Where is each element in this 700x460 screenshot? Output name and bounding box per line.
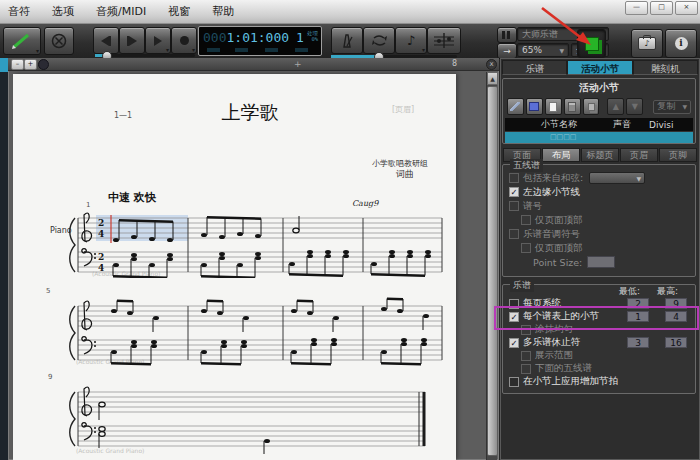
min-value-field[interactable]: 2 bbox=[627, 298, 649, 309]
record-button[interactable]: ▾ bbox=[171, 27, 197, 54]
option-label: Point Size: bbox=[533, 257, 582, 268]
min-value-field[interactable]: 3 bbox=[627, 337, 649, 348]
cancel-entry-button[interactable] bbox=[44, 27, 74, 55]
notation-view-button[interactable] bbox=[427, 27, 461, 54]
credit-line-2[interactable]: 词曲 bbox=[396, 168, 414, 181]
checkbox[interactable] bbox=[521, 215, 531, 225]
score-title[interactable]: 上学歌 bbox=[150, 100, 350, 126]
library-button[interactable]: ♪ bbox=[631, 29, 663, 58]
save-icon bbox=[529, 102, 539, 111]
checkbox[interactable] bbox=[509, 201, 519, 211]
track-list-button[interactable] bbox=[497, 27, 517, 43]
point-size-field[interactable] bbox=[587, 256, 615, 268]
music-notation-system-3[interactable] bbox=[38, 380, 448, 458]
menu-item-4[interactable]: 视窗 bbox=[168, 4, 190, 19]
checkbox[interactable] bbox=[521, 351, 531, 361]
music-notation-system-1[interactable]: 2424 bbox=[38, 206, 448, 278]
max-value-field[interactable]: 16 bbox=[665, 337, 687, 348]
music-notation-system-2[interactable] bbox=[38, 294, 448, 368]
chevron-down-icon: ▾ bbox=[422, 47, 425, 53]
bars-icon bbox=[502, 31, 512, 39]
checkbox[interactable] bbox=[521, 243, 531, 253]
loop-button[interactable] bbox=[363, 27, 395, 54]
menu-item-1[interactable]: 音符 bbox=[8, 4, 30, 19]
maximize-button[interactable]: □ bbox=[650, 1, 673, 15]
palette-tab[interactable] bbox=[0, 58, 8, 72]
checkbox[interactable] bbox=[509, 229, 519, 239]
move-down-button[interactable]: ▼ bbox=[626, 98, 643, 115]
staff-option-5: 乐谱音调符号 bbox=[503, 227, 695, 241]
processing-indicator: 处理0% bbox=[307, 30, 318, 42]
min-value-field[interactable]: 1 bbox=[627, 311, 649, 322]
save-button[interactable] bbox=[526, 98, 543, 115]
scrollbar-thumb[interactable] bbox=[487, 86, 498, 456]
rewind-button[interactable] bbox=[93, 27, 119, 54]
copy-button[interactable] bbox=[583, 98, 600, 115]
step-forward-button[interactable] bbox=[119, 27, 145, 54]
tab-活动小节[interactable]: 活动小节 bbox=[567, 60, 632, 75]
checkbox[interactable]: ✓ bbox=[509, 187, 519, 197]
checkbox[interactable] bbox=[521, 364, 531, 374]
checkbox[interactable] bbox=[509, 299, 519, 309]
checkbox[interactable] bbox=[509, 377, 519, 387]
option-label: 仅页面顶部 bbox=[535, 242, 583, 255]
play-button[interactable]: ▾ bbox=[145, 27, 171, 54]
chord-source-dropdown[interactable]: ▼ bbox=[589, 172, 645, 184]
menu-item-3[interactable]: 音频/MIDI bbox=[96, 4, 146, 19]
doc-minimize-button[interactable]: – bbox=[11, 59, 24, 70]
checkbox[interactable]: ✓ bbox=[509, 312, 519, 322]
doc-menu-button[interactable] bbox=[38, 59, 49, 70]
measures-toolbar: ▲▼复制▼ bbox=[503, 95, 695, 117]
subtab-页脚[interactable]: 页脚 bbox=[659, 148, 697, 162]
option-label: 包括来自和弦: bbox=[523, 172, 583, 185]
vertical-scrollbar[interactable]: ▲ bbox=[486, 72, 497, 460]
menu-item-2[interactable]: 选项 bbox=[52, 4, 74, 19]
header-placeholder[interactable]: [页眉] bbox=[392, 104, 414, 115]
annotation-arrow bbox=[528, 2, 600, 52]
info-icon: i bbox=[675, 37, 688, 50]
svg-text:4: 4 bbox=[98, 229, 104, 239]
staff-option-4: 仅页面顶部 bbox=[503, 213, 695, 227]
beat-digit: 1 bbox=[296, 30, 304, 45]
checkbox[interactable] bbox=[509, 173, 519, 183]
subtab-布局[interactable]: 布局 bbox=[542, 148, 580, 162]
edit-button[interactable] bbox=[507, 98, 524, 115]
goto-button[interactable]: → bbox=[497, 43, 517, 59]
max-value-field[interactable]: 9 bbox=[665, 298, 687, 309]
score-option-4: ✓多乐谱休止符316 bbox=[503, 336, 695, 349]
score-option-6: 下面的五线谱 bbox=[503, 362, 695, 375]
tab-乐谱[interactable]: 乐谱 bbox=[502, 60, 567, 75]
checkbox[interactable] bbox=[521, 325, 531, 335]
briefcase-note-icon: ♪ bbox=[638, 37, 656, 50]
metronome-button[interactable] bbox=[331, 27, 363, 54]
close-button[interactable]: × bbox=[675, 1, 698, 15]
copy-dropdown[interactable]: 复制▼ bbox=[653, 100, 691, 114]
tab-雕刻机[interactable]: 雕刻机 bbox=[633, 60, 698, 75]
move-up-button[interactable]: ▲ bbox=[607, 98, 624, 115]
delete-button[interactable] bbox=[564, 98, 581, 115]
doc-close-button[interactable]: x bbox=[486, 59, 497, 70]
transport-slider[interactable] bbox=[95, 54, 195, 57]
minimize-button[interactable]: — bbox=[625, 1, 648, 15]
menu-item-5[interactable]: 帮助 bbox=[212, 4, 234, 19]
checkbox[interactable]: ✓ bbox=[509, 338, 519, 348]
subtab-标题页[interactable]: 标题页 bbox=[581, 148, 619, 162]
pencil-icon bbox=[11, 32, 33, 50]
subtab-页眉[interactable]: 页眉 bbox=[620, 148, 658, 162]
option-label: 多乐谱休止符 bbox=[523, 336, 580, 349]
staff-option-1: 包括来自和弦:▼ bbox=[503, 171, 695, 185]
max-value-field[interactable]: 4 bbox=[665, 311, 687, 322]
splitter-handle[interactable]: + bbox=[294, 59, 302, 69]
grace-note-button[interactable]: ♪▾ bbox=[395, 27, 427, 54]
measures-columns: 小节名称声音Divisi bbox=[505, 118, 693, 131]
new-button[interactable] bbox=[545, 98, 562, 115]
tempo-marking[interactable]: 中速 欢快 bbox=[108, 190, 156, 205]
page-marker: 1—1 bbox=[114, 111, 132, 120]
loop-arrows-icon bbox=[371, 33, 388, 48]
time-dim-digits: 000 bbox=[203, 30, 226, 45]
selected-measure-row[interactable]: □□□□ bbox=[505, 132, 693, 143]
doc-restore-button[interactable]: + bbox=[24, 59, 37, 70]
scroll-up-icon[interactable]: ▲ bbox=[487, 72, 498, 85]
pencil-tool-button[interactable]: ▾ bbox=[3, 27, 41, 55]
info-button[interactable]: i bbox=[665, 29, 697, 58]
